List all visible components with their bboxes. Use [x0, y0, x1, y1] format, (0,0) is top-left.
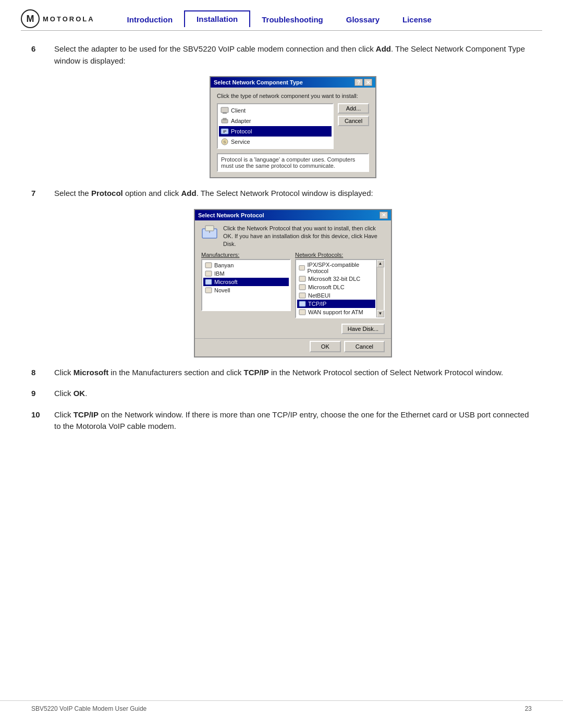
- motorola-logo: M MOTOROLA: [21, 9, 95, 28]
- list-item-service[interactable]: S Service: [219, 137, 332, 147]
- step-7-text-after: . The Select Network Protocol window is …: [197, 189, 373, 198]
- dialog-snct-description: Protocol is a 'language' a computer uses…: [217, 153, 369, 172]
- dialog-snp-cancel-btn[interactable]: Cancel: [344, 341, 385, 352]
- protocol-tcpip[interactable]: TCP/IP: [297, 300, 375, 308]
- protocol-icon: IP: [221, 127, 229, 135]
- scroll-up-btn[interactable]: ▲: [377, 260, 384, 267]
- dialog-snct-instruction: Click the type of network component you …: [217, 93, 369, 99]
- have-disk-button[interactable]: Have Disk...: [341, 324, 385, 334]
- step-8-text: Click Microsoft in the Manufacturers sec…: [54, 367, 532, 379]
- svg-text:M: M: [27, 14, 34, 24]
- svg-rect-22: [299, 310, 305, 315]
- step-8-text-middle: in the Manufacturers section and click: [108, 368, 243, 377]
- protocol-ipxspx-icon: [299, 264, 305, 272]
- page-footer: SBV5220 VoIP Cable Modem User Guide 23: [0, 700, 563, 712]
- step-number-6: 6: [31, 43, 46, 53]
- svg-rect-14: [205, 271, 212, 276]
- list-item-protocol[interactable]: IP Protocol: [219, 126, 332, 137]
- list-item-adapter[interactable]: Adapter: [219, 116, 332, 126]
- manufacturer-banyan-icon: [205, 262, 212, 269]
- manufacturers-col: Manufacturers: Banyan IBM Microsoft: [201, 252, 291, 318]
- manufacturer-novell[interactable]: Novell: [203, 286, 289, 294]
- svg-rect-21: [299, 301, 305, 306]
- dialog-snct-add-btn[interactable]: Add...: [338, 103, 369, 114]
- protocol-netbeui-icon: [299, 292, 306, 299]
- protocol-wan[interactable]: WAN support for ATM: [297, 308, 375, 316]
- protocol-tcpip-icon: [299, 300, 306, 307]
- scroll-down-btn[interactable]: ▼: [377, 310, 384, 317]
- dialog-snct-title: Select Network Component Type: [214, 79, 303, 85]
- snp-header-icon: [201, 225, 218, 242]
- protocol-ms32dlc[interactable]: Microsoft 32-bit DLC: [297, 275, 375, 283]
- list-item-client[interactable]: Client: [219, 105, 332, 116]
- step-9-bold1: OK: [74, 389, 85, 398]
- dialog-snct-titlebar-buttons: ? ✕: [354, 79, 372, 86]
- svg-text:S: S: [223, 140, 226, 144]
- manufacturer-ibm[interactable]: IBM: [203, 269, 289, 278]
- dialog-snp-have-disk-row: Have Disk...: [195, 322, 391, 338]
- protocols-list-container[interactable]: IPX/SPX-compatible Protocol Microsoft 32…: [295, 259, 385, 318]
- dialog-snct-close-btn[interactable]: ✕: [364, 79, 372, 86]
- step-10-bold1: TCP/IP: [74, 410, 99, 419]
- manufacturer-ibm-icon: [205, 270, 212, 277]
- dialog-snp-title: Select Network Protocol: [198, 212, 264, 218]
- protocol-netbeui[interactable]: NetBEUI: [297, 291, 375, 300]
- tab-introduction[interactable]: Introduction: [116, 12, 184, 27]
- dialog-snct-content-row: Client Adapter IP Protocol: [217, 103, 369, 149]
- step-8-text-after: in the Network Protocol section of Selec…: [269, 368, 503, 377]
- svg-rect-2: [221, 107, 228, 113]
- protocols-list[interactable]: IPX/SPX-compatible Protocol Microsoft 32…: [296, 260, 376, 317]
- step-9-text-before: Click: [54, 389, 74, 398]
- step-10-text: Click TCP/IP on the Network window. If t…: [54, 409, 532, 433]
- tab-installation[interactable]: Installation: [184, 10, 250, 27]
- step-7-text: Select the Protocol option and click Add…: [54, 188, 532, 200]
- list-item-service-label: Service: [231, 139, 250, 145]
- svg-text:IP: IP: [223, 130, 227, 133]
- protocol-msdlc[interactable]: Microsoft DLC: [297, 283, 375, 291]
- svg-rect-3: [223, 113, 227, 114]
- tab-troubleshooting[interactable]: Troubleshooting: [250, 12, 335, 27]
- dialog-snp-ok-btn[interactable]: OK: [310, 341, 341, 352]
- protocols-scrollbar[interactable]: ▲ ▼: [376, 260, 384, 317]
- network-protocol-icon: [201, 225, 218, 241]
- step-6-text-before: Select the adapter to be used for the SB…: [54, 44, 376, 53]
- service-icon: S: [221, 138, 229, 146]
- main-content: 6 Select the adapter to be used for the …: [0, 31, 563, 463]
- protocol-msdlc-icon: [299, 283, 306, 291]
- svg-rect-17: [299, 265, 305, 270]
- svg-rect-5: [223, 118, 226, 120]
- manufacturer-microsoft[interactable]: Microsoft: [203, 278, 289, 286]
- dialog-snp-titlebar-buttons: ✕: [380, 212, 388, 219]
- svg-rect-11: [205, 226, 214, 231]
- dialog-snct-list[interactable]: Client Adapter IP Protocol: [217, 103, 334, 149]
- step-9-text-after: .: [85, 389, 87, 398]
- manufacturer-novell-icon: [205, 287, 212, 294]
- step-7-text-middle: option and click: [123, 189, 181, 198]
- tab-glossary[interactable]: Glossary: [335, 12, 391, 27]
- protocol-wan-icon: [299, 309, 306, 316]
- motorola-wordmark: MOTOROLA: [43, 15, 95, 23]
- manufacturers-list[interactable]: Banyan IBM Microsoft Novell: [201, 259, 291, 311]
- dialog-snp-header: Click the Network Protocol that you want…: [195, 220, 391, 252]
- manufacturers-label: Manufacturers:: [201, 252, 291, 258]
- step-7: 7 Select the Protocol option and click A…: [31, 188, 532, 200]
- footer-right: 23: [525, 705, 532, 712]
- list-item-client-label: Client: [231, 107, 246, 114]
- step-number-10: 10: [31, 409, 46, 419]
- footer-left: SBV5220 VoIP Cable Modem User Guide: [31, 705, 146, 712]
- svg-rect-16: [205, 288, 212, 293]
- step-6: 6 Select the adapter to be used for the …: [31, 43, 532, 67]
- dialog-snp-instruction: Click the Network Protocol that you want…: [223, 225, 385, 249]
- manufacturer-banyan[interactable]: Banyan: [203, 261, 289, 269]
- manufacturer-microsoft-icon: [205, 278, 212, 286]
- dialog-snp-close-btn[interactable]: ✕: [380, 212, 388, 219]
- dialog-snct-titlebar: Select Network Component Type ? ✕: [211, 77, 375, 88]
- tab-license[interactable]: License: [391, 12, 443, 27]
- step-8-text-before: Click: [54, 368, 74, 377]
- dialog-snct-cancel-btn[interactable]: Cancel: [338, 116, 369, 126]
- client-icon: [221, 106, 229, 115]
- step-number-8: 8: [31, 367, 46, 377]
- protocol-ipxspx[interactable]: IPX/SPX-compatible Protocol: [297, 261, 375, 275]
- step-6-text: Select the adapter to be used for the SB…: [54, 43, 532, 67]
- dialog-snct-help-btn[interactable]: ?: [354, 79, 363, 86]
